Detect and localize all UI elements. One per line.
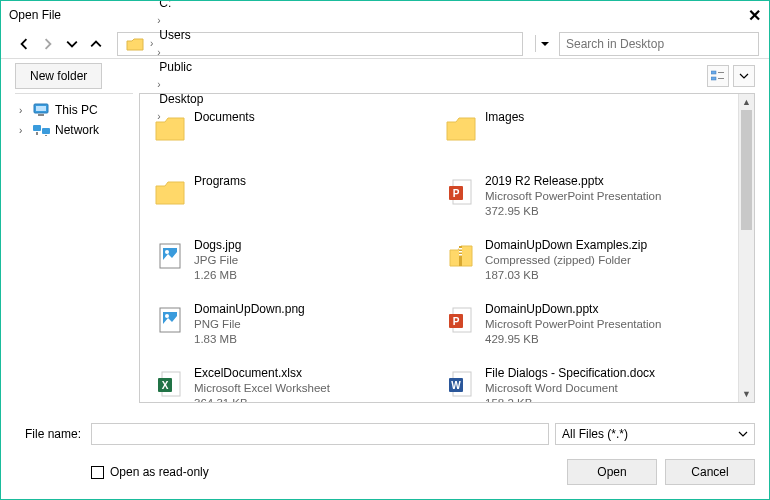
folder-icon: [445, 112, 477, 144]
svg-point-16: [165, 250, 169, 254]
file-item[interactable]: Documents: [150, 106, 437, 170]
file-name: Documents: [194, 110, 255, 125]
checkbox-icon: [91, 466, 104, 479]
folder-icon: [154, 176, 186, 208]
file-size: 429.95 KB: [485, 332, 661, 347]
pptx-icon: P: [445, 304, 477, 336]
breadcrumb-item[interactable]: Users: [155, 28, 207, 42]
tree-item[interactable]: ›Network: [15, 120, 133, 140]
file-name: ExcelDocument.xlsx: [194, 366, 330, 381]
chevron-right-icon: ›: [19, 125, 29, 136]
readonly-checkbox[interactable]: Open as read-only: [91, 465, 209, 479]
svg-rect-1: [718, 72, 724, 73]
file-type: JPG File: [194, 253, 241, 268]
network-icon: [33, 123, 51, 137]
file-item[interactable]: PDomainUpDown.pptxMicrosoft PowerPoint P…: [441, 298, 728, 362]
tree-item[interactable]: ›This PC: [15, 100, 133, 120]
svg-rect-2: [711, 77, 716, 80]
file-type: Compressed (zipped) Folder: [485, 253, 647, 268]
tree-item-label: This PC: [55, 103, 98, 117]
file-item[interactable]: DomainUpDown.pngPNG File1.83 MB: [150, 298, 437, 362]
recent-dropdown[interactable]: [63, 35, 81, 53]
new-folder-button[interactable]: New folder: [15, 63, 102, 89]
svg-rect-7: [33, 125, 41, 131]
svg-text:P: P: [453, 188, 460, 199]
file-size: 1.26 MB: [194, 268, 241, 283]
file-size: 187.03 KB: [485, 268, 647, 283]
chevron-right-icon: ›: [148, 38, 155, 49]
file-item[interactable]: Images: [441, 106, 728, 170]
svg-rect-0: [711, 71, 716, 74]
breadcrumb[interactable]: › This PC›C:›Users›Public›Desktop›: [117, 32, 523, 56]
image-icon: [154, 240, 186, 272]
file-item[interactable]: Programs: [150, 170, 437, 234]
svg-rect-5: [36, 106, 46, 111]
file-size: 1.83 MB: [194, 332, 305, 347]
chevron-right-icon: ›: [19, 105, 29, 116]
file-item[interactable]: Dogs.jpgJPG File1.26 MB: [150, 234, 437, 298]
pptx-icon: P: [445, 176, 477, 208]
file-name: DomainUpDown.pptx: [485, 302, 661, 317]
search-input[interactable]: [559, 32, 759, 56]
svg-rect-18: [459, 248, 462, 250]
file-size: 364.31 KB: [194, 396, 330, 402]
file-type: Microsoft PowerPoint Presentation: [485, 189, 661, 204]
svg-rect-19: [459, 251, 462, 253]
svg-rect-3: [718, 78, 724, 79]
file-list: DocumentsImagesProgramsP2019 R2 Release.…: [140, 94, 738, 402]
svg-rect-6: [38, 114, 44, 116]
file-item[interactable]: DomainUpDown Examples.zipCompressed (zip…: [441, 234, 728, 298]
pc-icon: [33, 103, 51, 117]
file-size: 372.95 KB: [485, 204, 661, 219]
open-button[interactable]: Open: [567, 459, 657, 485]
breadcrumb-history-dropdown[interactable]: [535, 35, 553, 52]
cancel-button[interactable]: Cancel: [665, 459, 755, 485]
svg-rect-10: [45, 135, 47, 136]
file-item[interactable]: WFile Dialogs - Specification.docxMicros…: [441, 362, 728, 402]
nav-tree: ›This PC›Network: [15, 93, 133, 403]
view-dropdown[interactable]: [733, 65, 755, 87]
close-icon[interactable]: ✕: [748, 6, 761, 25]
xlsx-icon: X: [154, 368, 186, 400]
up-button[interactable]: [87, 35, 105, 53]
file-type: PNG File: [194, 317, 305, 332]
folder-icon: [154, 112, 186, 144]
svg-text:X: X: [162, 380, 169, 391]
back-button[interactable]: [15, 35, 33, 53]
forward-button[interactable]: [39, 35, 57, 53]
scrollbar[interactable]: ▲ ▼: [738, 94, 754, 402]
filename-input[interactable]: [91, 423, 549, 445]
docx-icon: W: [445, 368, 477, 400]
file-item[interactable]: P2019 R2 Release.pptxMicrosoft PowerPoin…: [441, 170, 728, 234]
breadcrumb-root-icon[interactable]: [122, 37, 148, 51]
scroll-up-button[interactable]: ▲: [739, 94, 754, 110]
view-options-button[interactable]: [707, 65, 729, 87]
file-size: 158.2 KB: [485, 396, 655, 402]
chevron-right-icon: ›: [155, 15, 162, 26]
file-name: 2019 R2 Release.pptx: [485, 174, 661, 189]
window-title: Open File: [9, 8, 748, 22]
svg-text:W: W: [451, 380, 461, 391]
file-name: File Dialogs - Specification.docx: [485, 366, 655, 381]
file-item[interactable]: XExcelDocument.xlsxMicrosoft Excel Works…: [150, 362, 437, 402]
file-type: Microsoft Excel Worksheet: [194, 381, 330, 396]
svg-rect-8: [42, 128, 50, 134]
file-type: Microsoft PowerPoint Presentation: [485, 317, 661, 332]
svg-rect-20: [459, 254, 462, 256]
chevron-right-icon: ›: [155, 47, 162, 58]
file-name: Dogs.jpg: [194, 238, 241, 253]
file-type: Microsoft Word Document: [485, 381, 655, 396]
filetype-select[interactable]: All Files (*.*): [555, 423, 755, 445]
scroll-thumb[interactable]: [741, 110, 752, 230]
scroll-down-button[interactable]: ▼: [739, 386, 754, 402]
file-name: Programs: [194, 174, 246, 189]
svg-rect-9: [36, 132, 38, 135]
filename-label: File name:: [15, 427, 91, 441]
breadcrumb-item[interactable]: C:: [155, 0, 207, 10]
filetype-value: All Files (*.*): [562, 427, 628, 441]
file-name: DomainUpDown Examples.zip: [485, 238, 647, 253]
image-icon: [154, 304, 186, 336]
tree-item-label: Network: [55, 123, 99, 137]
svg-point-23: [165, 314, 169, 318]
svg-text:P: P: [453, 316, 460, 327]
